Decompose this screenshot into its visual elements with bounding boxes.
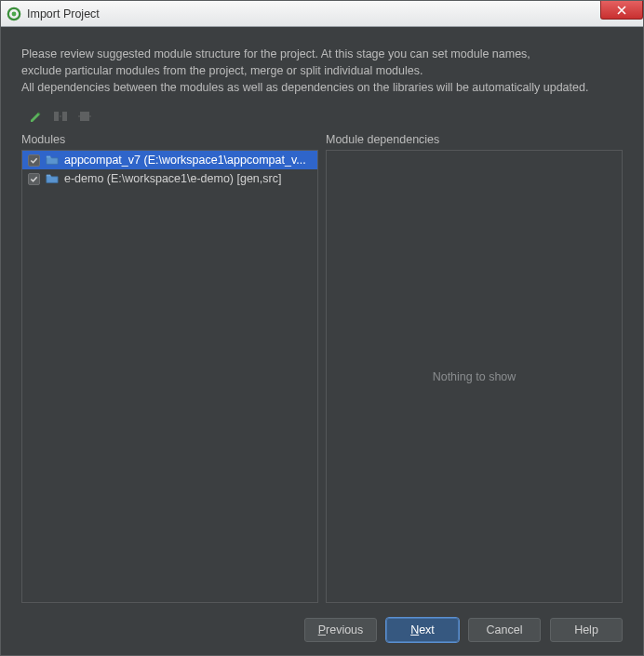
module-checkbox[interactable] (28, 173, 40, 185)
window-title: Import Project (27, 7, 100, 20)
dependencies-panel: Module dependencies Nothing to show (326, 133, 623, 603)
app-icon (7, 7, 21, 21)
svg-rect-2 (54, 112, 59, 121)
module-label: appcompat_v7 (E:\workspace1\appcompat_v.… (64, 154, 306, 167)
dependencies-panel-title: Module dependencies (326, 133, 623, 146)
module-label: e-demo (E:\workspace1\e-demo) [gen,src] (64, 172, 281, 185)
next-label-rest: ext (419, 623, 435, 636)
help-button[interactable]: Help (550, 618, 623, 642)
svg-rect-5 (47, 156, 50, 158)
svg-rect-4 (80, 112, 89, 121)
modules-list-box: appcompat_v7 (E:\workspace1\appcompat_v.… (21, 150, 318, 603)
description-text: Please review suggested module structure… (21, 46, 623, 96)
previous-label-rest: revious (326, 623, 363, 636)
dependencies-list-box: Nothing to show (326, 150, 623, 603)
description-line: All dependencies between the modules as … (21, 79, 623, 96)
content-area: Please review suggested module structure… (1, 27, 643, 655)
modules-panel: Modules appcompat_v7 (E:\workspace1\appc… (21, 133, 318, 603)
module-folder-icon (46, 154, 59, 167)
titlebar: Import Project (1, 1, 643, 27)
next-button[interactable]: Next (386, 618, 459, 642)
description-line: Please review suggested module structure… (21, 46, 623, 62)
dialog-window: Import Project Please review suggested m… (0, 0, 644, 656)
module-item[interactable]: e-demo (E:\workspace1\e-demo) [gen,src] (22, 169, 317, 188)
previous-button[interactable]: Previous (304, 618, 377, 642)
edit-icon[interactable] (29, 109, 44, 124)
merge-icon[interactable] (77, 109, 92, 124)
toolbar (21, 109, 623, 124)
description-line: exclude particular modules from the proj… (21, 62, 623, 79)
svg-rect-3 (62, 112, 67, 121)
module-folder-icon (46, 172, 59, 185)
split-icon[interactable] (53, 109, 68, 124)
modules-list: appcompat_v7 (E:\workspace1\appcompat_v.… (22, 151, 317, 188)
module-checkbox[interactable] (28, 154, 40, 167)
modules-panel-title: Modules (21, 133, 318, 146)
close-button[interactable] (600, 1, 643, 20)
dependencies-empty-text: Nothing to show (327, 151, 622, 602)
module-item[interactable]: appcompat_v7 (E:\workspace1\appcompat_v.… (22, 151, 317, 169)
svg-point-1 (12, 11, 17, 16)
panels-container: Modules appcompat_v7 (E:\workspace1\appc… (21, 133, 623, 603)
button-bar: Previous Next Cancel Help (21, 618, 623, 642)
cancel-button[interactable]: Cancel (468, 618, 541, 642)
svg-rect-6 (47, 175, 50, 177)
